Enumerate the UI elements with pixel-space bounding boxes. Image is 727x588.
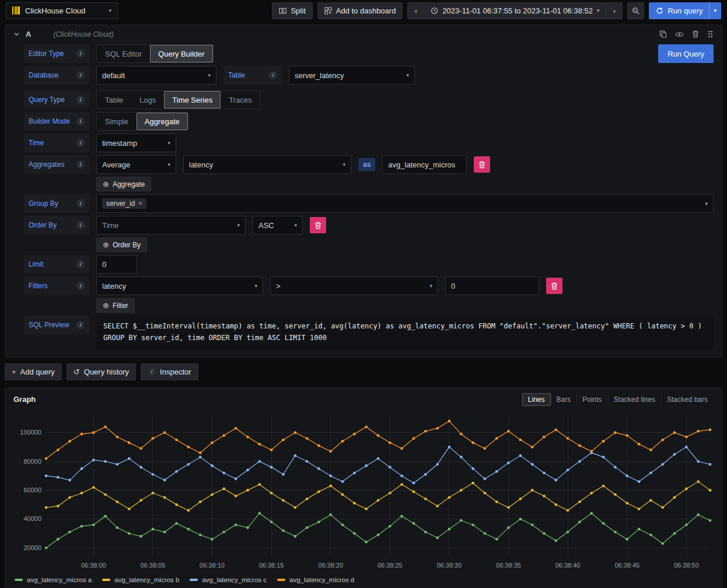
graph-style-lines[interactable]: Lines bbox=[522, 393, 551, 406]
info-icon: i bbox=[76, 139, 85, 147]
query-type-toggle: Table Logs Time Series Traces bbox=[96, 90, 260, 109]
legend-item-a[interactable]: avg_latency_micros a bbox=[15, 576, 92, 583]
legend-marker bbox=[277, 579, 285, 581]
svg-text:06:38:15: 06:38:15 bbox=[259, 562, 284, 569]
remove-filter-button[interactable] bbox=[546, 278, 562, 294]
query-type-option-logs[interactable]: Logs bbox=[131, 91, 164, 108]
query-ref-id[interactable]: A bbox=[26, 30, 31, 38]
add-order-by-button[interactable]: ⊕ Order By bbox=[96, 237, 147, 252]
run-query-interval-dropdown[interactable]: ▾ bbox=[709, 2, 721, 19]
order-by-field-select[interactable]: Time ▾ bbox=[96, 216, 246, 235]
editor-type-toggle: SQL Editor Query Builder bbox=[96, 44, 214, 63]
datasource-picker[interactable]: ClickHouse Cloud ▾ bbox=[6, 2, 118, 19]
graph-panel: Graph Lines Bars Points Stacked lines St… bbox=[5, 387, 722, 588]
remove-tag-icon[interactable]: × bbox=[138, 200, 142, 208]
history-icon: ↺ bbox=[74, 368, 80, 376]
svg-text:06:38:05: 06:38:05 bbox=[140, 562, 165, 569]
toggle-visibility-eye-icon[interactable] bbox=[675, 32, 684, 37]
query-editor-panel: A (ClickHouse Cloud) Editor Type i SQL E… bbox=[5, 24, 722, 358]
add-query-button[interactable]: + Add query bbox=[5, 363, 62, 380]
add-to-dashboard-button[interactable]: Add to dashboard bbox=[317, 2, 403, 19]
legend-marker bbox=[190, 579, 198, 581]
add-filter-row: ⊕ Filter bbox=[24, 298, 714, 313]
graph-style-points[interactable]: Points bbox=[576, 393, 607, 406]
split-icon bbox=[279, 7, 286, 15]
aggregate-function-select[interactable]: Average ▾ bbox=[96, 155, 176, 174]
time-column-value: timestamp bbox=[102, 139, 137, 148]
order-by-direction-value: ASC bbox=[258, 221, 274, 230]
sql-preview-row: SQL Preview i SELECT $__timeInterval(tim… bbox=[24, 316, 714, 349]
add-query-label: Add query bbox=[20, 368, 55, 376]
info-icon: i bbox=[76, 117, 85, 125]
time-shift-back-button[interactable]: ‹ bbox=[407, 2, 424, 19]
time-range-button[interactable]: 2023-11-01 06:37:55 to 2023-11-01 06:38:… bbox=[424, 2, 606, 19]
group-by-multiselect[interactable]: server_id × ▾ bbox=[96, 194, 714, 213]
limit-input[interactable] bbox=[96, 255, 137, 274]
inspector-label: Inspector bbox=[160, 368, 191, 376]
database-select[interactable]: default ▾ bbox=[96, 66, 216, 85]
query-type-option-traces[interactable]: Traces bbox=[221, 91, 260, 108]
table-label-text: Table bbox=[228, 71, 245, 79]
add-aggregate-button[interactable]: ⊕ Aggregate bbox=[96, 177, 151, 191]
drag-handle-icon[interactable] bbox=[707, 30, 714, 38]
graph-canvas[interactable]: 2000040000600008000010000006:38:0006:38:… bbox=[10, 408, 718, 576]
group-by-label: Group By i bbox=[24, 194, 89, 213]
query-type-option-table[interactable]: Table bbox=[97, 91, 131, 108]
legend-label: avg_latency_micros a bbox=[27, 576, 92, 583]
run-query-button[interactable]: Run query bbox=[649, 2, 709, 19]
time-label-text: Time bbox=[29, 139, 44, 147]
aggregate-column-value: latency bbox=[189, 160, 213, 169]
remove-aggregate-button[interactable] bbox=[474, 156, 490, 173]
filter-operator-select[interactable]: > ▾ bbox=[270, 276, 438, 295]
time-label: Time i bbox=[24, 134, 89, 152]
editor-type-option-sql-editor[interactable]: SQL Editor bbox=[97, 45, 150, 62]
graph-style-stacked-lines[interactable]: Stacked lines bbox=[608, 393, 661, 406]
group-by-tag[interactable]: server_id × bbox=[102, 198, 146, 209]
topbar: ClickHouse Cloud ▾ Split Add to dashboar… bbox=[0, 0, 727, 21]
legend-item-b[interactable]: avg_latency_micros b bbox=[102, 576, 179, 583]
topbar-actions: Split Add to dashboard ‹ 2023-11-01 06:3… bbox=[272, 2, 721, 19]
query-history-button[interactable]: ↺ Query history bbox=[67, 363, 136, 380]
editor-type-row: Editor Type i SQL Editor Query Builder R… bbox=[24, 44, 714, 63]
database-value: default bbox=[102, 71, 125, 80]
trash-icon bbox=[478, 161, 485, 169]
add-filter-button[interactable]: ⊕ Filter bbox=[96, 298, 135, 313]
svg-text:06:38:30: 06:38:30 bbox=[436, 562, 462, 569]
aggregate-alias-input[interactable] bbox=[382, 155, 467, 174]
order-by-field-value: Time bbox=[102, 221, 118, 230]
info-icon: i bbox=[76, 282, 85, 290]
time-shift-forward-button[interactable]: › bbox=[606, 2, 623, 19]
info-icon: i bbox=[76, 160, 85, 169]
filter-value-input[interactable] bbox=[445, 276, 539, 295]
order-by-label: Order By i bbox=[24, 216, 89, 235]
editor-type-label-text: Editor Type bbox=[29, 50, 64, 58]
editor-type-option-query-builder[interactable]: Query Builder bbox=[150, 45, 212, 62]
graph-style-stacked-bars[interactable]: Stacked bars bbox=[661, 393, 714, 406]
remove-query-trash-icon[interactable] bbox=[692, 30, 699, 38]
graph-style-bars[interactable]: Bars bbox=[551, 393, 577, 406]
time-column-select[interactable]: timestamp ▾ bbox=[96, 134, 176, 152]
builder-mode-option-aggregate[interactable]: Aggregate bbox=[137, 113, 188, 130]
inspector-button[interactable]: i Inspector bbox=[141, 363, 198, 380]
order-by-direction-select[interactable]: ASC ▾ bbox=[253, 216, 303, 235]
filter-field-select[interactable]: latency ▾ bbox=[96, 276, 263, 295]
filters-label: Filters i bbox=[24, 276, 89, 295]
legend-item-d[interactable]: avg_latency_micros d bbox=[277, 576, 354, 583]
builder-mode-option-simple[interactable]: Simple bbox=[97, 113, 137, 130]
legend-label: avg_latency_micros d bbox=[289, 576, 354, 583]
remove-order-by-button[interactable] bbox=[310, 217, 326, 233]
plus-icon: + bbox=[12, 368, 16, 376]
split-button[interactable]: Split bbox=[272, 2, 312, 19]
graph-legend: avg_latency_micros a avg_latency_micros … bbox=[5, 576, 722, 588]
filters-label-text: Filters bbox=[29, 282, 48, 290]
collapse-chevron-icon[interactable] bbox=[13, 31, 20, 37]
svg-text:06:38:00: 06:38:00 bbox=[81, 562, 106, 569]
query-type-option-time-series[interactable]: Time Series bbox=[164, 91, 221, 108]
aggregate-column-select[interactable]: latency ▾ bbox=[183, 155, 351, 174]
add-aggregate-row: ⊕ Aggregate bbox=[24, 177, 714, 191]
table-select[interactable]: server_latency ▾ bbox=[289, 66, 415, 85]
panel-run-query-button[interactable]: Run Query bbox=[658, 44, 714, 63]
zoom-out-button[interactable] bbox=[627, 2, 644, 19]
duplicate-query-icon[interactable] bbox=[659, 30, 667, 38]
legend-item-c[interactable]: avg_latency_micros c bbox=[190, 576, 267, 583]
